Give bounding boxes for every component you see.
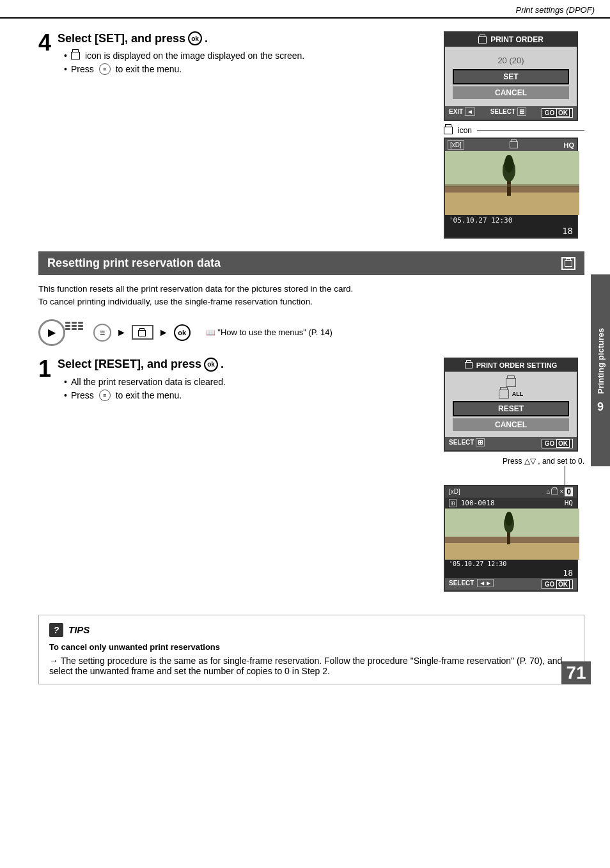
ok-circle-icon: ok <box>188 31 202 45</box>
step1-camera-body: ALL RESET CANCEL <box>445 372 577 437</box>
arrow-line <box>565 466 565 485</box>
step4-number: 4 <box>38 31 51 54</box>
bullet1: icon is displayed on the image displayed… <box>64 51 304 61</box>
nav-arrow1: ≡ <box>93 324 111 342</box>
camera-value: 20 (20) <box>450 56 572 65</box>
select3-label: SELECT ◄► <box>449 580 494 589</box>
play-icon: ▶ <box>48 326 56 338</box>
nav-bracket-print <box>132 325 153 340</box>
print-icons-inline: ⌂ × 0 <box>546 487 573 496</box>
photo-num: 18 <box>445 226 577 237</box>
photo-date: '05.10.27 12:30 <box>445 215 577 226</box>
side-label: Printing pictures <box>596 328 606 394</box>
print-order-icon2 <box>465 362 473 368</box>
photo2-landscape <box>445 509 577 560</box>
photo2-date: '05.10.27 12:30 <box>445 560 577 568</box>
play-circle-button[interactable]: ▶ <box>38 319 65 346</box>
reset-section-header: Resetting print reservation data <box>38 251 584 275</box>
select-label: SELECT ⊞ <box>490 108 526 118</box>
desc-line1: This function resets all the print reser… <box>38 283 584 296</box>
menu-nav-icon[interactable]: ≡ <box>93 324 111 342</box>
press-text: Press <box>503 457 522 466</box>
icon-label: icon <box>444 126 584 135</box>
page-number: 71 <box>561 661 591 684</box>
hq-label: HQ <box>564 141 575 149</box>
step1-camera-screen: PRINT ORDER SETTING ALL <box>444 358 578 452</box>
question-icon: ? <box>49 623 63 637</box>
print-overlay-icon <box>510 141 518 148</box>
camera-header: PRINT ORDER <box>445 33 577 47</box>
bullet2: Press ≡ to exit the menu. <box>64 63 304 75</box>
svg-rect-7 <box>445 184 579 187</box>
nav-lines-icon <box>65 322 83 330</box>
menu-circle-icon: ≡ <box>99 63 111 75</box>
exit-label: EXIT ◄ <box>449 108 475 118</box>
play-button-group: ▶ <box>38 319 65 346</box>
step4-camera-screen: PRINT ORDER 20 (20) SET CANCEL EXIT ◄ SE… <box>444 31 578 121</box>
nav-arrow2: ► <box>116 327 127 338</box>
svg-rect-2 <box>445 193 579 215</box>
select2-label: SELECT ⊞ <box>449 439 485 448</box>
reset-section-icon <box>561 257 575 270</box>
step1-text: 1 Select [RESET], and press ok . All the… <box>38 358 431 592</box>
photo-preview: [xD] HQ <box>444 138 578 239</box>
step1-reset-section: 1 Select [RESET], and press ok . All the… <box>38 358 584 592</box>
landscape-svg <box>445 151 579 215</box>
nav-row: ▶ ≡ ► ► ok 📖 "How to use the me <box>38 319 584 346</box>
step1-camera-header: PRINT ORDER SETTING <box>445 359 577 372</box>
step1-bullets: All the print reservation data is cleare… <box>64 377 226 401</box>
step4-camera-area: PRINT ORDER 20 (20) SET CANCEL EXIT ◄ SE… <box>444 31 584 239</box>
print-bracket-icon <box>138 330 146 336</box>
menu-circle-icon2: ≡ <box>99 390 111 401</box>
svg-point-14 <box>505 512 513 526</box>
tips-sub-title: To cancel only unwanted print reservatio… <box>49 642 574 652</box>
photo2-top: [xD] ⌂ × 0 <box>445 486 577 498</box>
print-icon-row2: ALL <box>450 390 572 398</box>
tips-text: The setting procedure is the same as for… <box>49 656 562 676</box>
book-icon: 📖 <box>206 328 215 337</box>
go-ok2-label: GO OK <box>542 439 573 448</box>
camera-body: 20 (20) SET CANCEL <box>445 47 577 106</box>
step1-bullet2: Press ≡ to exit the menu. <box>64 390 226 401</box>
menu-ref-text: 📖 "How to use the menus" (P. 14) <box>206 327 332 337</box>
step1-bullet1: All the print reservation data is cleare… <box>64 377 226 387</box>
xd2-label: [xD] <box>449 488 460 495</box>
step1-camera-footer: SELECT ⊞ GO OK <box>445 437 577 450</box>
ok-circle-step1: ok <box>204 358 218 372</box>
photo2-footer: SELECT ◄► GO OK <box>445 578 577 590</box>
step1-number: 1 <box>38 358 51 381</box>
svg-rect-10 <box>445 543 579 560</box>
print-icon <box>71 52 80 59</box>
side-tab: 6 Printing pictures <box>591 274 610 466</box>
print-inline-icon <box>444 127 453 134</box>
step1-header-text: PRINT ORDER SETTING <box>476 361 558 369</box>
header-title: Print settings (DPOF) <box>515 5 595 15</box>
page-header: Print settings (DPOF) <box>0 0 610 19</box>
reset-title: Resetting print reservation data <box>47 256 221 270</box>
side-number: 6 <box>597 399 604 413</box>
photo2-svg <box>445 509 579 560</box>
print-order-icon <box>478 36 487 43</box>
x-icon: × <box>559 488 563 495</box>
camera-footer: EXIT ◄ SELECT ⊞ GO OK <box>445 106 577 120</box>
ok-circle-nav: ok <box>174 324 191 341</box>
delta-icon: △▽ <box>524 457 536 466</box>
zero-box: 0 <box>565 487 573 496</box>
step4-section: 4 Select [SET], and press ok . icon is d… <box>38 31 584 239</box>
tips-title: ? TIPS <box>49 623 574 637</box>
step4-text: 4 Select [SET], and press ok . icon is d… <box>38 31 431 239</box>
icon-line <box>477 130 584 130</box>
photo-preview-top: [xD] HQ <box>445 139 577 151</box>
xd-label: [xD] <box>448 140 464 150</box>
nav-arrow3: ► <box>159 327 169 338</box>
press-desc: , and set to 0. <box>538 457 584 466</box>
desc-line2: To cancel printing individually, use the… <box>38 296 584 308</box>
set-button-display: SET <box>453 69 569 84</box>
house-icon: ⌂ <box>546 488 550 495</box>
reset-description: This function resets all the print reser… <box>38 283 584 309</box>
tips-body: → The setting procedure is the same as f… <box>49 656 574 676</box>
icon-text: icon <box>458 126 472 135</box>
print-icon-row1 <box>450 378 572 387</box>
svg-point-6 <box>504 155 513 173</box>
all-label: ALL <box>512 391 524 397</box>
